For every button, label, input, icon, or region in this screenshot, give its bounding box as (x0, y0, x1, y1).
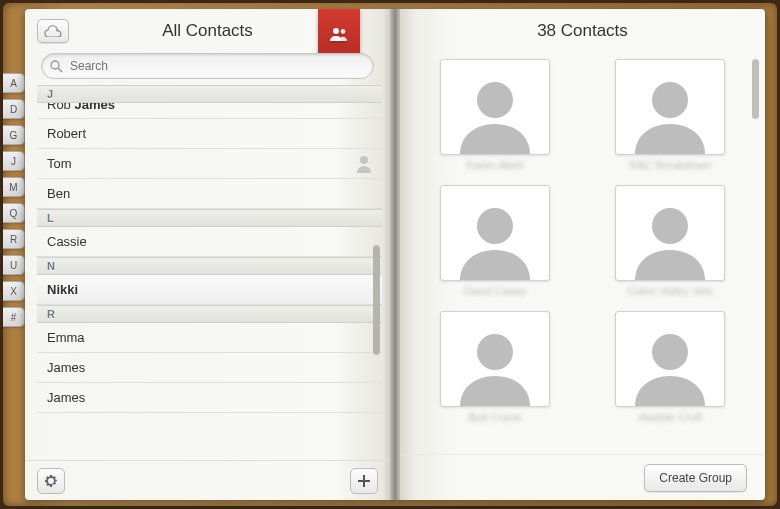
avatar (440, 59, 550, 155)
card-name: David Casey (464, 285, 526, 297)
contact-row[interactable]: James (37, 383, 382, 413)
contact-list: JRob JamesRobertTomBenLCassieNNikkiREmma… (37, 85, 382, 460)
svg-point-2 (51, 61, 59, 69)
contact-name: James (47, 390, 85, 405)
create-group-button[interactable]: Create Group (644, 464, 747, 492)
svg-point-4 (360, 156, 368, 164)
index-tab-m[interactable]: M (3, 177, 25, 197)
add-icon (358, 475, 370, 487)
left-footer (25, 460, 390, 500)
svg-point-14 (477, 334, 513, 370)
index-tab-#[interactable]: # (3, 307, 25, 327)
avatar (440, 311, 550, 407)
scrollbar-thumb[interactable] (373, 245, 380, 355)
card-name: Alastair Croft (638, 411, 702, 423)
index-tab-x[interactable]: X (3, 281, 25, 301)
contact-card[interactable]: Colne Valley Vets (598, 185, 744, 297)
contact-count: 38 Contacts (537, 21, 628, 41)
index-tab-u[interactable]: U (3, 255, 25, 275)
card-name: RAC Breakdown (630, 159, 711, 171)
contact-row[interactable]: Robert (37, 119, 382, 149)
card-name: Karen Abell (467, 159, 523, 171)
alphabet-index: ADGJMQRUX# (3, 73, 25, 327)
scrollbar-thumb[interactable] (752, 59, 759, 119)
contact-row[interactable]: Tom (37, 149, 382, 179)
group-icon (328, 26, 350, 42)
card-name: Bob Crane (468, 411, 521, 423)
contact-row[interactable]: Ben (37, 179, 382, 209)
contact-name: Rob James (47, 103, 115, 112)
search-input[interactable] (41, 53, 374, 79)
group-ribbon[interactable] (318, 9, 360, 59)
section-header: L (37, 209, 382, 227)
section-header: N (37, 257, 382, 275)
cloud-button[interactable] (37, 19, 69, 43)
contact-card[interactable]: Alastair Croft (598, 311, 744, 423)
search-row (25, 53, 390, 85)
svg-point-12 (652, 208, 688, 244)
contact-name: Cassie (47, 234, 87, 249)
index-tab-d[interactable]: D (3, 99, 25, 119)
index-tab-j[interactable]: J (3, 151, 25, 171)
contact-name: James (47, 360, 85, 375)
contact-name: Nikki (47, 282, 78, 297)
card-name: Colne Valley Vets (628, 285, 713, 297)
gear-icon (44, 474, 58, 488)
add-contact-button[interactable] (350, 468, 378, 494)
left-page: All Contacts JRob JamesRobertTom (25, 9, 390, 500)
contact-name: Ben (47, 186, 70, 201)
right-page: 38 Contacts Karen AbellRAC BreakdownDavi… (400, 9, 765, 500)
contact-card[interactable]: Bob Crane (422, 311, 568, 423)
page-title: All Contacts (162, 21, 253, 41)
contact-name: Tom (47, 156, 72, 171)
index-tab-r[interactable]: R (3, 229, 25, 249)
svg-point-0 (333, 28, 339, 34)
left-header: All Contacts (25, 9, 390, 53)
settings-button[interactable] (37, 468, 65, 494)
svg-point-16 (652, 334, 688, 370)
cloud-icon (44, 25, 62, 37)
svg-point-8 (652, 82, 688, 118)
avatar (615, 59, 725, 155)
svg-point-1 (341, 29, 346, 34)
contact-card[interactable]: RAC Breakdown (598, 59, 744, 171)
contact-row[interactable]: Rob James (37, 103, 382, 119)
person-icon (356, 155, 372, 176)
index-tab-q[interactable]: Q (3, 203, 25, 223)
index-tab-a[interactable]: A (3, 73, 25, 93)
svg-point-10 (477, 208, 513, 244)
svg-point-6 (477, 82, 513, 118)
right-header: 38 Contacts (400, 9, 765, 53)
avatar (615, 185, 725, 281)
contact-row[interactable]: Cassie (37, 227, 382, 257)
contact-row[interactable]: Nikki (37, 275, 382, 305)
search-icon (50, 59, 63, 77)
contact-name: Robert (47, 126, 86, 141)
svg-line-3 (58, 68, 62, 72)
contact-card[interactable]: Karen Abell (422, 59, 568, 171)
book-pages: All Contacts JRob JamesRobertTom (25, 9, 765, 500)
contact-card[interactable]: David Casey (422, 185, 568, 297)
avatar (440, 185, 550, 281)
contact-name: Emma (47, 330, 85, 345)
book-cover: ADGJMQRUX# All Contacts (3, 3, 777, 506)
avatar (615, 311, 725, 407)
index-tab-g[interactable]: G (3, 125, 25, 145)
section-header: R (37, 305, 382, 323)
section-header: J (37, 85, 382, 103)
right-footer: Create Group (400, 454, 765, 500)
contact-row[interactable]: Emma (37, 323, 382, 353)
contact-row[interactable]: James (37, 353, 382, 383)
book-spine (390, 9, 400, 500)
contact-grid: Karen AbellRAC BreakdownDavid CaseyColne… (400, 53, 765, 454)
